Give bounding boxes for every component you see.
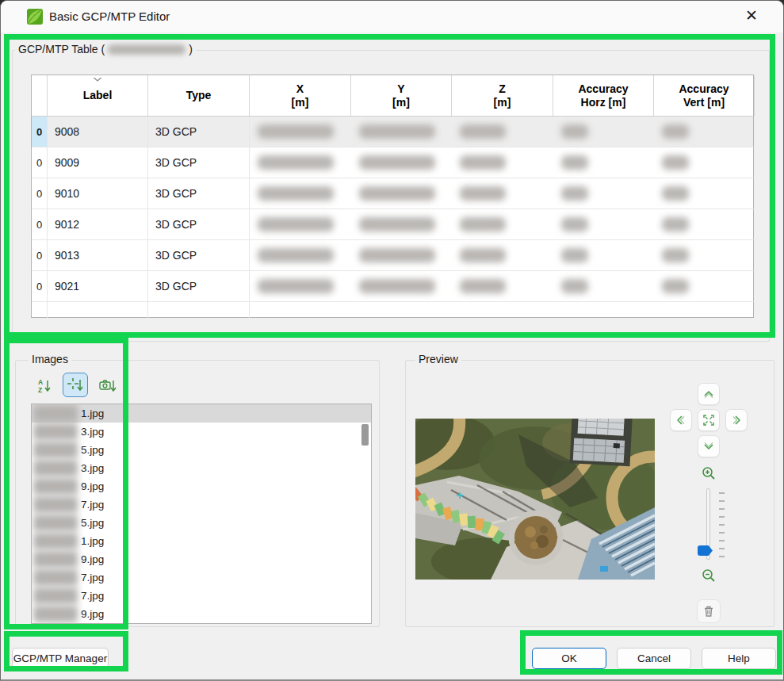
row-number[interactable]: 0 xyxy=(32,240,48,271)
cell-type[interactable]: 3D GCP xyxy=(148,271,250,302)
cell-acch-redacted[interactable] xyxy=(553,240,654,271)
list-item[interactable]: 7.jpg xyxy=(32,568,371,587)
cell-x-redacted[interactable] xyxy=(250,271,351,302)
table-row[interactable]: 0 9009 3D GCP xyxy=(32,147,753,178)
table-row[interactable]: 0 9010 3D GCP xyxy=(32,178,753,209)
zoom-out-icon[interactable] xyxy=(702,568,716,583)
cell-z-redacted[interactable] xyxy=(452,240,553,271)
cell-z-redacted[interactable] xyxy=(452,178,553,209)
cell-x-redacted[interactable] xyxy=(250,209,351,240)
list-item[interactable]: 3.jpg xyxy=(32,423,371,441)
list-item[interactable]: 9.jpg xyxy=(32,605,371,623)
cell-accv-redacted[interactable] xyxy=(654,240,755,271)
cell-label[interactable]: 9021 xyxy=(48,271,148,302)
close-icon[interactable]: ✕ xyxy=(734,1,769,33)
cell-y-redacted[interactable] xyxy=(351,240,452,271)
chevron-up-icon xyxy=(702,388,715,400)
cell-y-redacted[interactable] xyxy=(351,147,452,178)
header-corner[interactable] xyxy=(32,75,48,117)
cell-type[interactable]: 3D GCP xyxy=(148,178,250,209)
fit-view-button[interactable] xyxy=(698,409,720,431)
list-item[interactable]: 1.jpg xyxy=(32,404,371,423)
cell-accv-redacted[interactable] xyxy=(654,147,755,178)
cell-label[interactable]: 9012 xyxy=(48,209,148,240)
cell-y-redacted[interactable] xyxy=(351,271,452,302)
image-list-scrollbar[interactable] xyxy=(361,405,369,623)
preview-image[interactable] xyxy=(415,419,655,580)
cell-label[interactable]: 9013 xyxy=(48,240,148,271)
thumbnail-redacted xyxy=(33,478,78,495)
ok-button[interactable]: OK xyxy=(532,648,606,669)
header-type[interactable]: Type xyxy=(148,75,250,117)
cell-y-redacted[interactable] xyxy=(351,117,452,147)
list-item[interactable]: 5.jpg xyxy=(32,514,371,532)
cell-type[interactable]: 3D GCP xyxy=(148,117,250,147)
header-x[interactable]: X[m] xyxy=(250,75,351,117)
cell-label[interactable]: 9009 xyxy=(48,147,148,178)
cell-z-redacted[interactable] xyxy=(452,271,553,302)
header-z[interactable]: Z[m] xyxy=(452,75,553,117)
header-label[interactable]: Label xyxy=(48,75,148,117)
gcp-mtp-manager-button[interactable]: GCP/MTP Manager xyxy=(12,648,109,669)
header-y[interactable]: Y[m] xyxy=(351,75,452,117)
svg-text:A: A xyxy=(38,378,43,386)
cell-type[interactable]: 3D GCP xyxy=(148,209,250,240)
cell-type[interactable]: 3D GCP xyxy=(148,240,250,271)
delete-mark-button[interactable] xyxy=(697,599,721,623)
scrollbar-thumb[interactable] xyxy=(361,424,369,446)
row-number[interactable]: 0 xyxy=(32,147,48,178)
table-row[interactable]: 0 9021 3D GCP xyxy=(32,271,753,302)
coordinate-system-redacted xyxy=(108,44,185,55)
table-row[interactable]: 0 9012 3D GCP xyxy=(32,209,753,240)
list-item[interactable]: 1.jpg xyxy=(32,532,371,550)
cell-x-redacted[interactable] xyxy=(250,240,351,271)
cell-acch-redacted[interactable] xyxy=(553,147,654,178)
sort-by-marks-button[interactable] xyxy=(63,373,88,397)
list-item[interactable]: 7.jpg xyxy=(32,587,371,605)
cell-acch-redacted[interactable] xyxy=(553,117,654,147)
row-number[interactable]: 0 xyxy=(32,209,48,240)
row-number[interactable]: 0 xyxy=(32,117,48,147)
list-item[interactable]: 7.jpg xyxy=(32,495,371,514)
pan-right-button[interactable] xyxy=(725,409,748,431)
help-button[interactable]: Help xyxy=(702,648,776,669)
cell-label[interactable]: 9008 xyxy=(48,117,148,147)
cell-z-redacted[interactable] xyxy=(452,209,553,240)
header-accuracy-vert[interactable]: AccuracyVert [m] xyxy=(654,75,755,117)
cell-acch-redacted[interactable] xyxy=(553,178,654,209)
cell-label[interactable]: 9010 xyxy=(48,178,148,209)
cell-y-redacted[interactable] xyxy=(351,209,452,240)
image-list[interactable]: 1.jpg 3.jpg 5.jpg 3.jpg 9.jpg 7.jpg 5.jp… xyxy=(31,404,372,624)
header-accuracy-horz[interactable]: AccuracyHorz [m] xyxy=(553,75,654,117)
table-row[interactable]: 0 9013 3D GCP xyxy=(32,240,753,271)
cell-z-redacted[interactable] xyxy=(452,147,553,178)
cell-accv-redacted[interactable] xyxy=(654,271,755,302)
pan-left-button[interactable] xyxy=(670,409,692,431)
row-number[interactable]: 0 xyxy=(32,178,48,209)
cell-accv-redacted[interactable] xyxy=(654,209,755,240)
sort-alphabetical-button[interactable]: A Z xyxy=(33,373,58,398)
row-number[interactable]: 0 xyxy=(32,271,48,302)
cell-z-redacted[interactable] xyxy=(452,117,553,147)
table-empty-row xyxy=(32,302,753,318)
zoom-in-icon[interactable] xyxy=(702,466,716,480)
pan-down-button[interactable] xyxy=(698,435,720,457)
cancel-button[interactable]: Cancel xyxy=(617,648,691,669)
gcp-table[interactable]: Label Type X[m] Y[m] Z[m] AccuracyHorz [… xyxy=(31,75,754,318)
cell-accv-redacted[interactable] xyxy=(654,178,755,209)
list-item[interactable]: 5.jpg xyxy=(32,441,371,459)
cell-x-redacted[interactable] xyxy=(250,178,351,209)
list-item[interactable]: 3.jpg xyxy=(32,459,371,477)
pan-up-button[interactable] xyxy=(698,383,720,405)
cell-accv-redacted[interactable] xyxy=(654,117,755,147)
cell-acch-redacted[interactable] xyxy=(553,271,654,302)
table-row[interactable]: 0 9008 3D GCP xyxy=(32,117,753,147)
sort-by-camera-button[interactable] xyxy=(95,373,120,398)
list-item[interactable]: 9.jpg xyxy=(32,550,371,568)
cell-x-redacted[interactable] xyxy=(250,117,351,147)
cell-y-redacted[interactable] xyxy=(351,178,452,209)
list-item[interactable]: 9.jpg xyxy=(32,477,371,495)
cell-type[interactable]: 3D GCP xyxy=(148,147,250,178)
cell-acch-redacted[interactable] xyxy=(553,209,654,240)
cell-x-redacted[interactable] xyxy=(250,147,351,178)
